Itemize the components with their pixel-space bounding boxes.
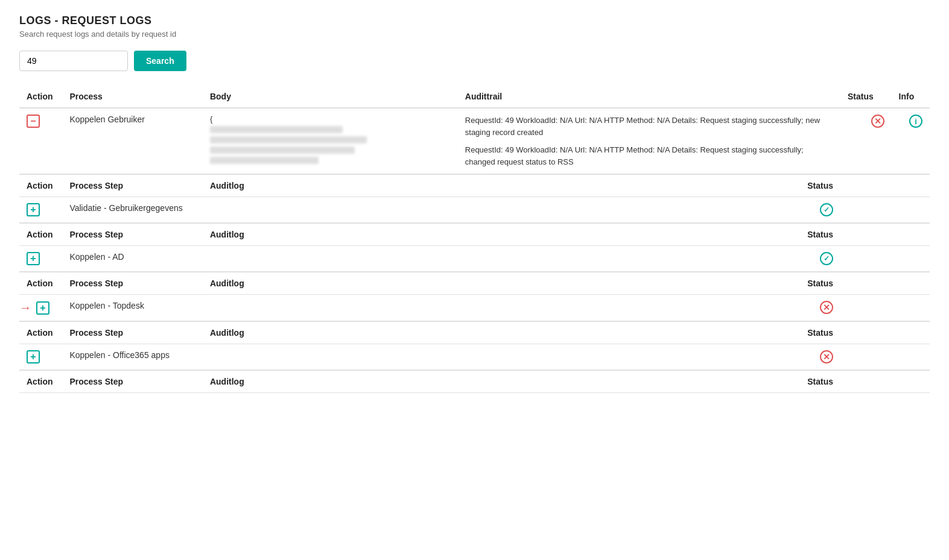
col-header-action: Action [19,86,62,108]
sub-col-action-1: Action [19,174,62,197]
blurred-body-line-1 [210,126,343,133]
main-table-row: − Koppelen Gebruiker { Requ [19,108,930,174]
collapse-icon[interactable]: − [27,115,40,128]
sub-status-cell-2: ✓ [458,246,840,272]
sub-process-step-2: Koppelen - AD [69,252,124,262]
audittrail-line-2: RequestId: 49 WorkloadId: N/A Url: N/A H… [465,144,833,168]
sub-pad-3 [840,295,930,322]
main-table: Action Process Body Audittrail Status In… [19,86,930,393]
info-cell: i [892,108,930,174]
col-header-body: Body [203,86,458,108]
sub-action-cell-1: + [19,197,62,224]
sub-action-cell-4: + [19,344,62,371]
sub-col-auditlog-1: Auditlog [203,174,458,197]
blurred-body-line-3 [210,146,355,154]
sub-col-status-1: Status [458,174,840,197]
search-bar: Search [19,51,930,71]
sub-pad-1 [840,197,930,224]
sub-table-2-row: + Koppelen - AD ✓ [19,246,930,272]
sub-status-cell-4: ✕ [458,344,840,371]
sub-status-cell-3: ✕ [458,295,840,322]
sub-col-status-3: Status [458,272,840,295]
sub-pad-4 [840,344,930,371]
sub-auditlog-cell-4 [203,344,458,371]
sub-table-2-header: Action Process Step Auditlog Status [19,223,930,246]
sub-col-auditlog-3: Auditlog [203,272,458,295]
info-icon[interactable]: i [909,115,922,128]
main-table-header: Action Process Body Audittrail Status In… [19,86,930,108]
sub-auditlog-cell-1 [203,197,458,224]
sub-table-5-header: Action Process Step Auditlog Status [19,370,930,393]
expand-icon-2[interactable]: + [27,252,40,265]
sub-process-step-cell-4: Koppelen - Office365 apps [62,344,203,371]
sub-table-4-header: Action Process Step Auditlog Status [19,321,930,344]
sub-table-3-header: Action Process Step Auditlog Status [19,272,930,295]
process-name: Koppelen Gebruiker [69,115,145,124]
status-success-icon-2: ✓ [820,252,833,265]
sub-auditlog-cell-3 [203,295,458,322]
sub-col-status-4: Status [458,321,840,344]
sub-col-pad-4 [840,321,930,344]
blurred-body-line-4 [210,157,319,164]
sub-action-cell-2: + [19,246,62,272]
sub-col-auditlog-2: Auditlog [203,223,458,246]
sub-col-action-5: Action [19,370,62,393]
expand-icon-1[interactable]: + [27,203,40,216]
sub-process-step-cell-1: Validatie - Gebruikergegevens [62,197,203,224]
sub-process-step-cell-3: Koppelen - Topdesk [62,295,203,322]
status-error-icon-3: ✕ [820,301,833,314]
expand-icon-4[interactable]: + [27,350,40,363]
col-header-audittrail: Audittrail [458,86,840,108]
sub-col-process-step-1: Process Step [62,174,203,197]
sub-action-cell-3: → + [19,295,62,322]
sub-col-process-step-2: Process Step [62,223,203,246]
status-error-icon: ✕ [871,115,884,128]
sub-process-step-3: Koppelen - Topdesk [69,301,144,310]
sub-col-process-step-3: Process Step [62,272,203,295]
sub-status-cell-1: ✓ [458,197,840,224]
sub-col-auditlog-4: Auditlog [203,321,458,344]
audittrail-cell: RequestId: 49 WorkloadId: N/A Url: N/A H… [458,108,840,174]
sub-col-action-3: Action [19,272,62,295]
blurred-body-line-2 [210,136,367,143]
sub-table-3-row: → + Koppelen - Topdesk ✕ [19,295,930,322]
sub-col-process-step-4: Process Step [62,321,203,344]
col-header-status: Status [840,86,892,108]
sub-table-1-row: + Validatie - Gebruikergegevens ✓ [19,197,930,224]
expand-icon-3[interactable]: + [36,301,49,315]
arrow-indicator: → [19,301,31,315]
sub-col-pad-1 [840,174,930,197]
status-error-icon-4: ✕ [820,350,833,363]
sub-col-action-4: Action [19,321,62,344]
col-header-process: Process [62,86,203,108]
sub-auditlog-cell-2 [203,246,458,272]
page-title: LOGS - REQUEST LOGS [19,14,930,27]
sub-col-action-2: Action [19,223,62,246]
body-brace: { [210,115,451,124]
sub-table-1-header: Action Process Step Auditlog Status [19,174,930,197]
col-header-info: Info [892,86,930,108]
sub-process-step-1: Validatie - Gebruikergegevens [69,203,182,213]
sub-col-pad-5 [840,370,930,393]
status-success-icon-1: ✓ [820,203,833,216]
sub-col-pad-2 [840,223,930,246]
audittrail-text: RequestId: 49 WorkloadId: N/A Url: N/A H… [465,115,833,168]
action-cell: − [19,108,62,174]
sub-table-4-row: + Koppelen - Office365 apps ✕ [19,344,930,371]
sub-process-step-cell-2: Koppelen - AD [62,246,203,272]
page-subtitle: Search request logs and details by reque… [19,30,930,39]
audittrail-line-1: RequestId: 49 WorkloadId: N/A Url: N/A H… [465,115,833,138]
body-cell: { [203,108,458,174]
sub-process-step-4: Koppelen - Office365 apps [69,350,170,360]
search-input[interactable] [19,51,128,71]
sub-col-pad-3 [840,272,930,295]
status-cell-main: ✕ [840,108,892,174]
sub-col-process-step-5: Process Step [62,370,203,393]
sub-col-auditlog-5: Auditlog [203,370,458,393]
process-cell: Koppelen Gebruiker [62,108,203,174]
sub-col-status-5: Status [458,370,840,393]
sub-pad-2 [840,246,930,272]
search-button[interactable]: Search [134,51,186,71]
sub-col-status-2: Status [458,223,840,246]
